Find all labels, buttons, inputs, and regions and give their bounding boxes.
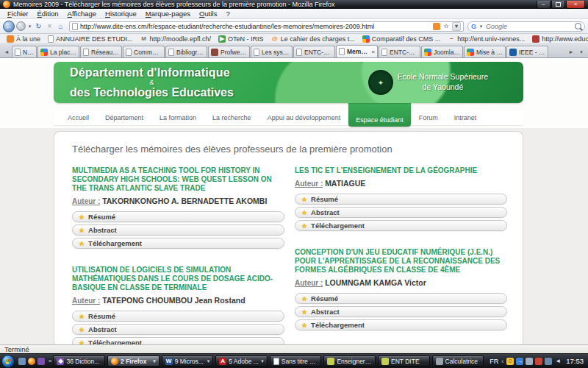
- nav-item-d-partement[interactable]: Département: [97, 114, 151, 121]
- bookmark-le-cahier-des-charges-t[interactable]: @Le cahier des charges t...: [268, 35, 359, 43]
- bookmark-http-moodle-epfl-ch[interactable]: Mhttp://moodle.epfl.ch/: [137, 35, 215, 43]
- bookmark-comparatif-des-cms[interactable]: Comparatif des CMS ...: [359, 35, 445, 43]
- button-abstract[interactable]: ★Abstract: [295, 306, 507, 317]
- rss-feed-icon[interactable]: [433, 23, 440, 30]
- url-dropdown-icon[interactable]: ▾: [452, 22, 461, 31]
- taskbar-button-calculatrice[interactable]: Calculatrice: [432, 355, 484, 367]
- nav-item-la-formation[interactable]: La formation: [151, 114, 204, 121]
- tab-scroll-left-icon[interactable]: ◄: [1, 46, 12, 57]
- url-input[interactable]: [80, 23, 431, 30]
- search-input[interactable]: [486, 23, 573, 30]
- messenger-icon[interactable]: ☺: [506, 358, 514, 365]
- thesis-title: CONCEPTION D'UN JEU EDUCATIF NUMÉRIQUE (…: [295, 248, 507, 275]
- taskbar-button-2-firefox[interactable]: 2 Firefox▾: [107, 355, 159, 367]
- taskbar-button-ent-dite[interactable]: ENT DITE: [378, 355, 430, 367]
- search-box[interactable]: G ▾: [467, 21, 585, 32]
- minimize-button[interactable]: –: [537, 1, 551, 9]
- author-label[interactable]: Auteur :: [295, 180, 323, 188]
- bookmark-annuaire-des-etudi[interactable]: ANNUAIRE DES ETUDI...: [44, 35, 137, 43]
- tab-les-syst-m[interactable]: Les systèm...: [251, 46, 293, 57]
- reload-icon[interactable]: ↻: [34, 22, 43, 30]
- tab-scroll-right-icon[interactable]: ►: [566, 46, 576, 57]
- nav-item-intranet[interactable]: Intranet: [446, 114, 485, 121]
- button-t-l-chargement[interactable]: ★Téléchargement: [295, 319, 507, 330]
- close-button[interactable]: ×: [566, 1, 585, 9]
- button-r-sum[interactable]: ★Résumé: [72, 211, 284, 222]
- tab-ieee-the[interactable]: IEEE - The ...: [506, 46, 548, 57]
- bookmark-la-une[interactable]: À la une: [3, 35, 44, 43]
- button-t-l-chargement[interactable]: ★Téléchargement: [72, 337, 284, 344]
- button-abstract[interactable]: ★Abstract: [295, 207, 507, 218]
- show-desktop-icon[interactable]: [18, 358, 26, 365]
- forward-icon[interactable]: →: [16, 21, 26, 31]
- display-icon[interactable]: [526, 358, 533, 365]
- tab-entc-dite[interactable]: ENTC-DITE...: [293, 46, 335, 57]
- url-bar[interactable]: ☆▾: [69, 21, 464, 32]
- tray-chevron-icon[interactable]: ‹: [501, 358, 503, 365]
- menu-affichage[interactable]: Affichage: [63, 10, 101, 18]
- nav-item-appui-au-d-veloppement[interactable]: Appui au développement: [259, 114, 349, 121]
- tab-memo[interactable]: Memo...×: [336, 45, 378, 57]
- back-icon[interactable]: ←: [3, 21, 15, 32]
- menu-marque-pages[interactable]: Marque-pages: [141, 10, 195, 18]
- author-label[interactable]: Auteur :: [72, 297, 100, 305]
- button-r-sum[interactable]: ★Résumé: [295, 293, 507, 304]
- network-icon[interactable]: [545, 358, 552, 365]
- author-label[interactable]: Auteur :: [295, 279, 323, 287]
- nav-item-la-recherche[interactable]: La recherche: [204, 114, 259, 121]
- menu-fichier[interactable]: Fichier: [3, 10, 33, 18]
- button-r-sum[interactable]: ★Résumé: [295, 194, 507, 205]
- volume-icon[interactable]: ◄: [554, 358, 562, 365]
- taskbar-button-dropdown-icon[interactable]: ▾: [207, 358, 210, 364]
- tab-bibliograp[interactable]: Bibliograp...: [165, 46, 207, 57]
- tab-ne[interactable]: Ne...: [12, 46, 37, 57]
- search-icon[interactable]: [575, 23, 581, 29]
- menu-historique[interactable]: Historique: [101, 10, 141, 18]
- button-t-l-chargement[interactable]: ★Téléchargement: [295, 220, 507, 231]
- menu-outils[interactable]: Outils: [195, 10, 221, 18]
- bookmark-http-www-educnet-e[interactable]: http://www.educnet.e...: [528, 35, 588, 43]
- menu-dition[interactable]: Édition: [33, 10, 63, 18]
- home-icon[interactable]: ⌂: [56, 22, 65, 30]
- tab-list-icon[interactable]: ▾: [576, 46, 587, 57]
- taskbar-button-dropdown-icon[interactable]: ▾: [153, 358, 156, 364]
- bookmark-http-ent-univ-rennes[interactable]: ~http://ent.univ-rennes...: [444, 35, 528, 43]
- nav-item-espace-tudiant[interactable]: Espace étudiant: [348, 100, 411, 127]
- taskbar-button-sans-titre[interactable]: Sans titre - ...: [270, 355, 322, 367]
- quick-launch-overflow-icon[interactable]: »: [49, 358, 51, 364]
- tab-la-place-de[interactable]: La place de...: [37, 46, 79, 57]
- tab-mise-jour[interactable]: Mise à jour...: [464, 46, 506, 57]
- restore-button[interactable]: [551, 1, 565, 9]
- nav-item-accueil[interactable]: Accueil: [60, 114, 97, 121]
- stop-icon[interactable]: ×: [45, 22, 54, 30]
- tab-close-icon[interactable]: ×: [371, 49, 375, 55]
- tab-joomla-po[interactable]: Joomla po...: [421, 46, 463, 57]
- button-t-l-chargement[interactable]: ★Téléchargement: [72, 238, 284, 249]
- tab-profweb[interactable]: Profweb : ...: [208, 46, 250, 57]
- bookmark-oten-iris[interactable]: ▶OTeN - IRIS: [215, 35, 268, 43]
- history-dropdown-icon[interactable]: ▾: [27, 24, 32, 29]
- button-abstract[interactable]: ★Abstract: [72, 224, 284, 236]
- tab-comment[interactable]: Comment ...: [123, 46, 165, 57]
- taskbar-button-5-adobe[interactable]: A5 Adobe ...▾: [215, 355, 268, 367]
- tab-entc-dite[interactable]: ENTC-DITE...: [379, 46, 420, 57]
- button-r-sum[interactable]: ★Résumé: [72, 311, 284, 322]
- tab-r-seaux-h[interactable]: Réseaux H...: [80, 46, 122, 57]
- start-button[interactable]: [1, 355, 15, 368]
- nav-item-forum[interactable]: Forum: [411, 114, 446, 121]
- button-abstract[interactable]: ★Abstract: [72, 324, 284, 335]
- search-engine-dropdown-icon[interactable]: ▾: [478, 24, 484, 29]
- bookmark-star-icon[interactable]: ☆: [442, 23, 450, 30]
- security-icon[interactable]: [535, 358, 542, 365]
- update-icon[interactable]: →: [516, 358, 523, 365]
- windows-app-icon[interactable]: [37, 358, 45, 365]
- taskbar-button-dropdown-icon[interactable]: ▾: [261, 358, 264, 364]
- taskbar-button-36-diction[interactable]: ◆36 Diction...: [53, 355, 105, 367]
- bookmark-label: Comparatif des CMS ...: [372, 35, 441, 43]
- menu-item[interactable]: ?: [221, 10, 234, 18]
- author-label[interactable]: Auteur :: [72, 197, 100, 205]
- taskbar-button-9-micros[interactable]: W9 Micros...▾: [162, 355, 214, 367]
- language-indicator[interactable]: FR: [490, 358, 498, 365]
- firefox-icon[interactable]: [28, 358, 35, 365]
- taskbar-button-enseigner-a[interactable]: Enseigner a...: [323, 355, 376, 367]
